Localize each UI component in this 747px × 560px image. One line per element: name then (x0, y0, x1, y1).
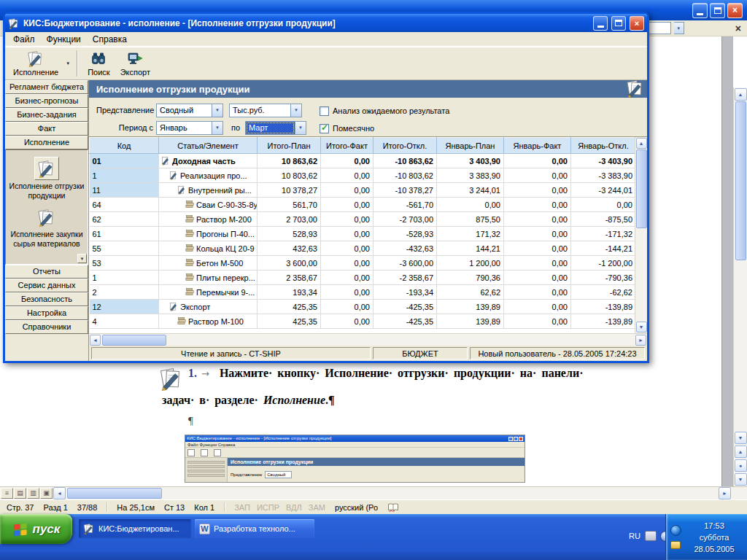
table-row[interactable]: 61Прогоны П-40...528,930,00-528,93171,32… (90, 227, 635, 241)
maximize-button[interactable] (611, 16, 626, 31)
chevron-down-icon[interactable]: ▼ (290, 104, 301, 117)
close-button[interactable]: × (630, 16, 644, 31)
scroll-right-icon[interactable]: ► (635, 335, 646, 346)
word-vertical-scrollbar[interactable]: ▲ ▼ ▲ ● ▼ (733, 88, 747, 486)
word-restore-button[interactable] (710, 3, 725, 18)
taskbar-button[interactable]: КИС:Бюджетирован... (79, 519, 191, 538)
scroll-down-icon[interactable]: ▼ (636, 322, 647, 332)
chevron-down-icon[interactable]: ▼ (212, 122, 222, 134)
row-name: Плиты перекр... (159, 271, 258, 285)
table-row[interactable]: 1Плиты перекр...2 358,670,00-2 358,67790… (90, 271, 635, 285)
scroll-up-icon[interactable]: ▲ (636, 138, 647, 149)
monthly-checkbox-group[interactable]: Помесячно (320, 122, 374, 135)
help-dropdown-icon[interactable]: ▼ (674, 22, 684, 34)
period-from-select[interactable]: Январь▼ (156, 121, 223, 135)
sidebar-item[interactable]: Бизнес-задания (5, 108, 88, 122)
status-flag: ЗАП (234, 503, 250, 512)
menu-item[interactable]: Функции (41, 33, 87, 46)
view-normal-button[interactable]: ≡ (1, 488, 13, 499)
sidebar-item[interactable]: Настройка (5, 306, 88, 320)
sidebar-item[interactable]: Бизнес-прогнозы (5, 94, 88, 108)
sidebar-item[interactable]: Отчеты (5, 265, 88, 279)
taskbar-button[interactable]: WРазработка техноло... (195, 519, 314, 538)
vertical-scrollbar[interactable]: ▲ ▼ (635, 137, 647, 333)
language-indicator[interactable]: RU (629, 532, 640, 540)
column-header[interactable]: Код (90, 138, 159, 154)
scrollbar-thumb[interactable] (67, 488, 162, 499)
table-row[interactable]: 64Сваи С-90-35-8у561,700,00-561,700,000,… (90, 198, 635, 212)
table-row[interactable]: 1Реализация про...10 803,620,00-10 803,6… (90, 168, 635, 183)
scroll-right-icon[interactable]: ► (719, 487, 731, 499)
app-icon (8, 18, 20, 29)
column-header[interactable]: Январь-План (437, 138, 504, 154)
table-row[interactable]: 4Раствор М-100425,350,00-425,35139,890,0… (90, 314, 635, 329)
execute-button[interactable]: Исполнение (8, 48, 63, 78)
browse-next-icon[interactable]: ▼ (735, 473, 747, 486)
scroll-left-icon[interactable]: ◄ (90, 335, 101, 346)
sidebar-item[interactable]: Регламент бюджета (5, 80, 88, 94)
start-button[interactable]: пуск (0, 514, 72, 544)
document-close-icon[interactable]: × (735, 23, 741, 34)
browse-select-icon[interactable]: ● (735, 459, 747, 472)
row-value: 0,00 (504, 285, 571, 300)
period-to-select[interactable]: Март▼ (245, 121, 306, 135)
sidebar-task[interactable]: Исполнение закупки сырья материалов (6, 203, 88, 252)
minimize-button[interactable] (593, 16, 608, 31)
scrollbar-thumb[interactable] (636, 149, 647, 228)
sidebar-item[interactable]: Исполнение (5, 136, 88, 149)
table-row[interactable]: 55Кольца КЦ 20-9432,630,00-432,63144,210… (90, 241, 635, 256)
chevron-down-icon[interactable]: ▼ (295, 122, 306, 134)
column-header[interactable]: Январь-Факт (504, 138, 571, 154)
column-header[interactable]: Статья/Элемент (159, 138, 258, 154)
column-header[interactable]: Итого-Факт (321, 138, 374, 154)
representation-select[interactable]: Сводный▼ (156, 104, 223, 117)
table-row[interactable]: 62Раствор М-2002 703,000,00-2 703,00875,… (90, 212, 635, 227)
units-select[interactable]: Тыс.руб.▼ (229, 104, 302, 117)
table-row[interactable]: 01Доходная часть10 863,620,00-10 863,623… (90, 154, 635, 168)
column-header[interactable]: Итого-Откл. (374, 138, 437, 154)
sidebar-item[interactable]: Сервис данных (5, 279, 88, 292)
word-minimize-button[interactable] (692, 3, 708, 18)
analysis-checkbox[interactable] (320, 106, 329, 116)
analysis-checkbox-group[interactable]: Анализ ожидаемого результата (320, 104, 449, 117)
scroll-down-icon[interactable]: ▼ (77, 254, 87, 263)
view-outline-button[interactable]: ▣ (40, 488, 53, 499)
scroll-left-icon[interactable]: ◄ (53, 487, 66, 499)
sidebar-task[interactable]: Исполнение отгрузки продукции (6, 154, 88, 203)
view-web-button[interactable]: ▤ (14, 488, 26, 499)
scroll-up-icon[interactable]: ▲ (735, 88, 747, 101)
row-code: 01 (90, 154, 159, 168)
table-row[interactable]: 2Перемычки 9-...193,340,00-193,3462,620,… (90, 285, 635, 300)
scrollbar-thumb[interactable] (102, 335, 166, 346)
menu-item[interactable]: Файл (7, 33, 41, 46)
sidebar-task-label: Исполнение закупки сырья материалов (9, 230, 85, 249)
monthly-checkbox[interactable] (320, 124, 329, 133)
execute-dropdown-icon[interactable]: ▼ (63, 61, 72, 66)
chevron-down-icon[interactable]: ▼ (212, 104, 222, 117)
app-toolbar: Исполнение ▼ Поиск Экспорт (5, 47, 647, 80)
tray-icon-network[interactable] (670, 525, 681, 536)
word-statusbar: Стр. 37 Разд 1 37/88 На 25,1см Ст 13 Кол… (0, 499, 747, 514)
clock[interactable]: 17:53 суббота 28.05.2005 (684, 520, 744, 555)
scroll-down-icon[interactable]: ▼ (735, 432, 747, 444)
search-button[interactable]: Поиск (82, 48, 115, 78)
sidebar-item[interactable]: Безопасность (5, 292, 88, 306)
horizontal-scrollbar[interactable]: ◄ ► (89, 333, 647, 346)
divider (224, 502, 225, 512)
app-titlebar[interactable]: КИС:Бюджетирование - исполнение - [Испол… (5, 14, 647, 32)
scrollbar-thumb[interactable] (735, 101, 746, 260)
menu-item[interactable]: Справка (87, 33, 133, 46)
export-button[interactable]: Экспорт (115, 48, 155, 78)
column-header[interactable]: Январь-Откл. (571, 138, 635, 154)
keyboard-icon[interactable] (645, 531, 657, 541)
sidebar-item[interactable]: Справочники (5, 320, 88, 334)
word-close-button[interactable]: × (727, 3, 743, 18)
column-header[interactable]: Итого-План (258, 138, 321, 154)
table-row[interactable]: 53Бетон М-5003 600,000,00-3 600,001 200,… (90, 256, 635, 271)
table-row[interactable]: 12Экспорт425,350,00-425,35139,890,00-139… (90, 300, 635, 314)
view-print-button[interactable]: ▥ (27, 488, 39, 499)
browse-previous-icon[interactable]: ▲ (735, 446, 747, 458)
sidebar-item[interactable]: Факт (5, 122, 88, 136)
table-row[interactable]: 11Внутренний ры...10 378,270,00-10 378,2… (90, 183, 635, 198)
tray-icon-alert[interactable] (670, 541, 681, 549)
